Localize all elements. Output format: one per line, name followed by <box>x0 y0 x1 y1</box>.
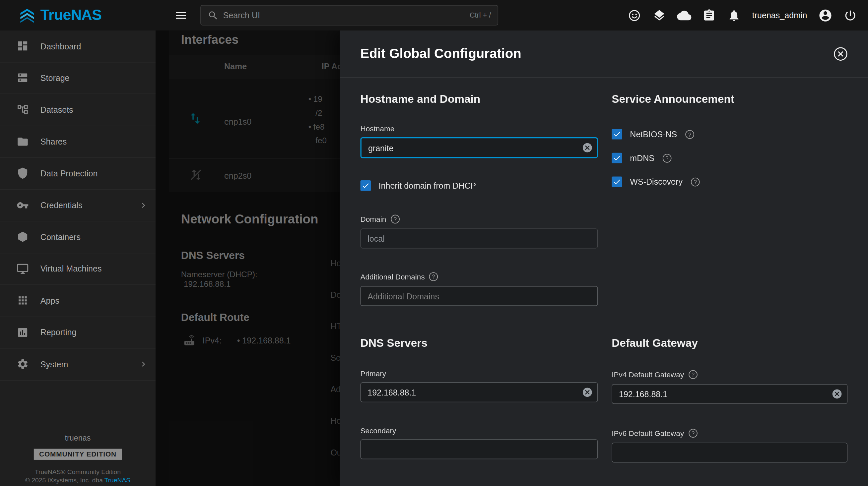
section-title: Default Gateway <box>612 337 847 349</box>
ipv4-gateway-label: IPv4 Default Gateway <box>612 370 684 379</box>
domain-label-row: Domain ? <box>361 214 598 224</box>
netbios-help-button[interactable]: ? <box>685 129 695 139</box>
ipv6-gateway-input[interactable] <box>612 443 847 462</box>
help-icon: ? <box>662 153 672 163</box>
sidebar-item-dashboard[interactable]: Dashboard <box>0 31 156 62</box>
ipv4-gateway-help-button[interactable]: ? <box>688 370 698 380</box>
sidebar-item-datasets[interactable]: Datasets <box>0 94 156 126</box>
sidebar-item-label: Virtual Machines <box>40 264 102 273</box>
feedback-smiley-icon <box>627 9 641 22</box>
domain-help-button[interactable]: ? <box>390 214 400 224</box>
modal-body: Hostname and Domain Hostname Inherit dom… <box>340 77 868 463</box>
primary-dns-input[interactable] <box>361 382 598 402</box>
clear-ipv4-gateway-button[interactable] <box>832 389 842 399</box>
apps-grid-icon <box>17 294 29 306</box>
svg-text:?: ? <box>691 371 694 378</box>
topbar: TrueNAS Ctrl + / <box>0 0 868 31</box>
sidebar-item-storage[interactable]: Storage <box>0 62 156 94</box>
menu-toggle-button[interactable] <box>170 4 192 27</box>
truenas-logo[interactable]: TrueNAS <box>0 7 156 24</box>
update-available-button[interactable] <box>648 4 670 27</box>
hostname-input[interactable] <box>361 137 598 158</box>
svg-text:?: ? <box>694 179 697 185</box>
sidebar-footer: truenas COMMUNITY EDITION TrueNAS® Commu… <box>0 433 156 484</box>
modal-header: Edit Global Configuration <box>340 31 868 77</box>
close-button[interactable] <box>833 46 848 61</box>
edition-badge[interactable]: COMMUNITY EDITION <box>33 449 122 460</box>
alerts-bell-icon <box>727 9 741 22</box>
secondary-dns-input[interactable] <box>361 439 598 459</box>
ipv4-gateway-input[interactable] <box>612 384 847 404</box>
ipv4-gateway-label-row: IPv4 Default Gateway ? <box>612 370 847 380</box>
search-box: Ctrl + / <box>200 5 498 26</box>
app-root: TrueNAS Ctrl + / <box>0 0 868 486</box>
wsdiscovery-help-button[interactable]: ? <box>690 177 700 187</box>
secondary-dns-label: Secondary <box>361 427 598 435</box>
section-service-announcement: Service Announcement NetBIOS-NS ? mDNS ?… <box>612 93 847 306</box>
alerts-button[interactable] <box>723 4 745 27</box>
sidebar-item-shares[interactable]: Shares <box>0 126 156 158</box>
sidebar-item-label: Dashboard <box>40 41 81 51</box>
copyright-truenas-link[interactable]: TrueNAS <box>104 477 130 484</box>
section-title: Hostname and Domain <box>361 93 598 105</box>
jobs-button[interactable] <box>698 4 720 27</box>
mdns-label: mDNS <box>630 153 654 162</box>
clear-icon <box>832 389 842 399</box>
netbios-checkbox[interactable] <box>612 129 622 139</box>
dashboard-icon <box>17 40 29 53</box>
help-icon: ? <box>390 214 400 224</box>
netbios-row: NetBIOS-NS ? <box>612 129 847 139</box>
additional-domains-label-row: Additional Domains ? <box>361 271 598 282</box>
sidebar-item-label: Credentials <box>40 201 83 210</box>
inherit-domain-checkbox[interactable] <box>361 180 371 191</box>
inherit-domain-row: Inherit domain from DHCP <box>361 180 598 191</box>
sidebar-item-label: Containers <box>40 232 81 242</box>
ipv6-gateway-help-button[interactable]: ? <box>688 428 698 438</box>
search-input[interactable] <box>223 10 465 20</box>
chevron-right-icon <box>139 201 148 209</box>
power-icon <box>844 9 857 22</box>
feedback-button[interactable] <box>623 4 646 27</box>
additional-domains-input[interactable] <box>361 286 598 306</box>
clear-hostname-button[interactable] <box>582 142 593 153</box>
ipv6-gateway-field <box>612 443 847 462</box>
domain-label: Domain <box>361 215 386 223</box>
clear-primary-dns-button[interactable] <box>582 387 593 398</box>
wsdiscovery-checkbox[interactable] <box>612 176 622 187</box>
sidebar-item-label: Apps <box>40 296 59 305</box>
svg-text:?: ? <box>688 131 691 137</box>
modal-title: Edit Global Configuration <box>361 46 521 62</box>
hostname-label: Hostname <box>361 125 598 133</box>
logged-in-username: truenas_admin <box>752 10 807 20</box>
domain-input <box>361 228 598 248</box>
sidebar-item-label: Storage <box>40 73 70 83</box>
sidebar-item-label: Shares <box>40 137 67 146</box>
sidebar-item-containers[interactable]: Containers <box>0 222 156 253</box>
sidebar-item-data-protection[interactable]: Data Protection <box>0 158 156 190</box>
sidebar-item-virtual-machines[interactable]: Virtual Machines <box>0 253 156 285</box>
sidebar-item-system[interactable]: System <box>0 349 156 380</box>
power-menu-button[interactable] <box>839 4 861 27</box>
user-menu-button[interactable] <box>814 4 836 27</box>
sidebar-item-credentials[interactable]: Credentials <box>0 190 156 222</box>
sidebar-item-reporting[interactable]: Reporting <box>0 317 156 349</box>
netbios-label: NetBIOS-NS <box>630 130 677 139</box>
help-icon: ? <box>690 177 700 187</box>
section-title: Service Announcement <box>612 93 847 105</box>
mdns-checkbox[interactable] <box>612 153 622 163</box>
additional-domains-help-button[interactable]: ? <box>429 271 438 282</box>
additional-domains-field <box>361 286 598 306</box>
truenas-logo-icon <box>19 7 35 24</box>
mdns-help-button[interactable]: ? <box>662 153 672 163</box>
datasets-icon <box>17 104 29 116</box>
sidebar-item-apps[interactable]: Apps <box>0 285 156 317</box>
close-icon <box>833 46 848 61</box>
ipv6-gateway-label: IPv6 Default Gateway <box>612 429 684 437</box>
clear-icon <box>582 142 593 153</box>
svg-text:?: ? <box>432 274 435 280</box>
section-default-gateway: Default Gateway IPv4 Default Gateway ? I… <box>612 337 847 462</box>
help-icon: ? <box>688 428 698 438</box>
help-icon: ? <box>429 271 438 282</box>
truecommand-button[interactable] <box>673 4 695 27</box>
user-avatar-icon <box>818 8 833 22</box>
